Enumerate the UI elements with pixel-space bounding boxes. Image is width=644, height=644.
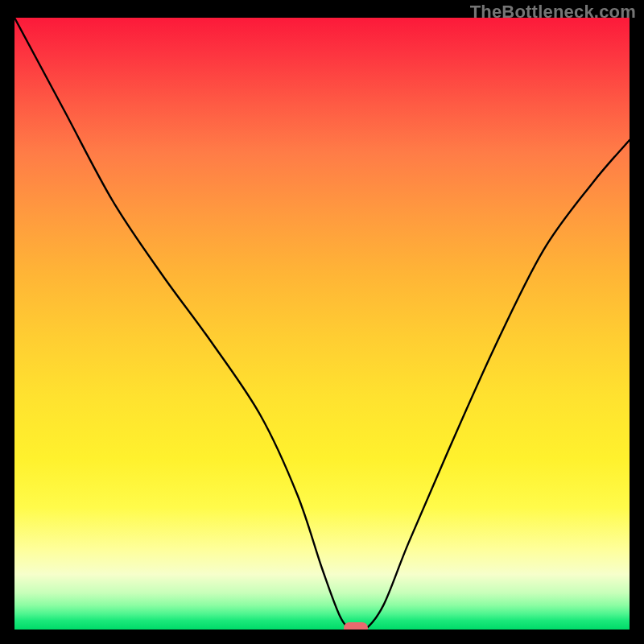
bottleneck-curve xyxy=(14,18,630,630)
chart-frame: TheBottleneck.com xyxy=(0,0,644,644)
plot-area xyxy=(14,18,630,630)
watermark-text: TheBottleneck.com xyxy=(470,2,636,23)
minimum-marker xyxy=(344,622,368,630)
